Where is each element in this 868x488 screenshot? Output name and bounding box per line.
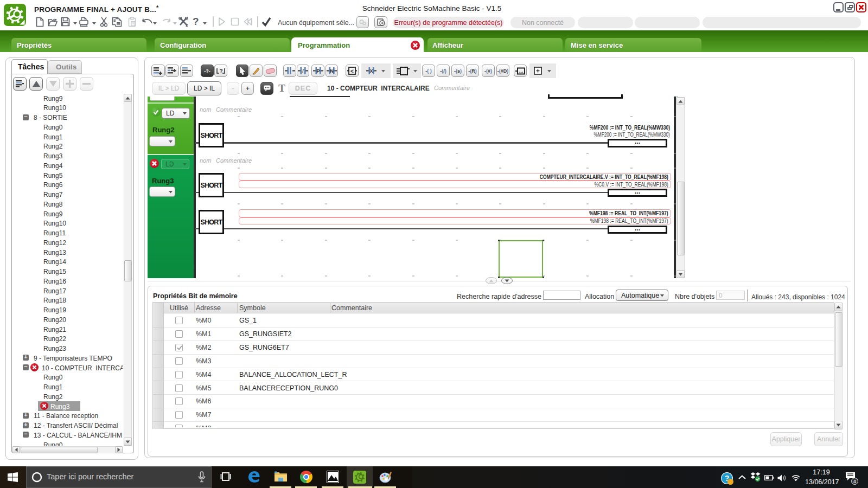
svg-text:/: /	[302, 68, 304, 74]
svg-text:N: N	[330, 68, 334, 74]
svg-text:...: ...	[519, 68, 524, 74]
svg-text:<: <	[350, 68, 354, 74]
svg-text:X: X	[369, 68, 373, 74]
svg-text:?: ?	[220, 68, 223, 74]
svg-text:P: P	[316, 68, 320, 74]
